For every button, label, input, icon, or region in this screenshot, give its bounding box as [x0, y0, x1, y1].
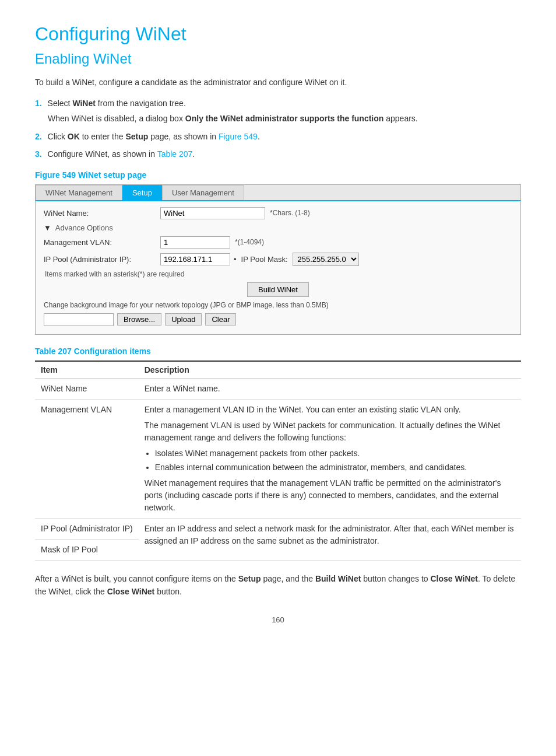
step-2: 2. Click OK to enter the Setup page, as …: [35, 130, 521, 143]
winet-name-input[interactable]: [160, 207, 265, 219]
mgmt-vlan-row: Management VLAN: *(1-4094): [44, 236, 512, 249]
mgmt-vlan-input[interactable]: [160, 236, 230, 249]
winet-setup-box: WiNet Management Setup User Management W…: [35, 184, 521, 335]
tab-user-management[interactable]: User Management: [162, 185, 244, 200]
step-3-number: 3.: [35, 149, 42, 159]
tab-winet-management[interactable]: WiNet Management: [36, 185, 122, 200]
desc-winet-name: Enter a WiNet name.: [139, 378, 521, 399]
browse-row: Browse... Upload Clear: [44, 313, 512, 326]
tab-setup[interactable]: Setup: [122, 185, 162, 200]
mgmt-vlan-label: Management VLAN:: [44, 238, 160, 247]
clear-button[interactable]: Clear: [205, 313, 236, 326]
browse-button[interactable]: Browse...: [117, 313, 161, 326]
table-207-label: Table 207 Configuration items: [35, 346, 521, 356]
required-note: Items marked with an asterisk(*) are req…: [44, 270, 512, 278]
build-btn-row: Build WiNet: [44, 282, 512, 297]
section-title: Enabling WiNet: [35, 51, 521, 67]
winet-name-label: WiNet Name:: [44, 209, 160, 218]
figure-549-link[interactable]: Figure 549: [219, 132, 258, 141]
file-input[interactable]: [44, 313, 114, 326]
col-header-description: Description: [139, 361, 521, 379]
item-mask-ip-pool: Mask of IP Pool: [35, 539, 139, 560]
col-header-item: Item: [35, 361, 139, 379]
ip-pool-row: IP Pool (Administrator IP): • IP Pool Ma…: [44, 253, 512, 266]
advance-triangle-icon: ▼: [44, 223, 51, 232]
page-title: Configuring WiNet: [35, 23, 521, 45]
build-winet-button[interactable]: Build WiNet: [247, 282, 309, 297]
bullet-isolates: Isolates WiNet management packets from o…: [155, 447, 515, 460]
ip-sep: •: [234, 255, 237, 264]
ip-pool-input[interactable]: [160, 253, 230, 265]
desc-mgmt-vlan: Enter a management VLAN ID in the WiNet.…: [139, 399, 521, 518]
desc-ip-pool: Enter an IP address and select a network…: [139, 518, 521, 560]
config-table: Item Description WiNet Name Enter a WiNe…: [35, 360, 521, 561]
ip-mask-select[interactable]: 255.255.255.0 255.255.0.0 255.0.0.0: [293, 253, 359, 266]
table-row-mgmt-vlan: Management VLAN Enter a management VLAN …: [35, 399, 521, 518]
mgmt-vlan-hint: *(1-4094): [235, 238, 264, 246]
setup-body: WiNet Name: *Chars. (1-8) ▼ Advance Opti…: [36, 201, 520, 334]
bg-image-note: Change background image for your network…: [44, 301, 512, 309]
advance-options-row[interactable]: ▼ Advance Options: [44, 223, 512, 232]
step-1-number: 1.: [35, 99, 42, 108]
item-winet-name: WiNet Name: [35, 378, 139, 399]
table-207-link[interactable]: Table 207: [157, 149, 193, 159]
table-row-ip-pool: IP Pool (Administrator IP) Enter an IP a…: [35, 518, 521, 539]
step-2-number: 2.: [35, 132, 42, 141]
step-1-sub: When WiNet is disabled, a dialog box Onl…: [48, 112, 521, 125]
ip-mask-label: IP Pool Mask:: [240, 255, 293, 264]
figure-label: Figure 549 WiNet setup page: [35, 170, 521, 180]
bullet-enables: Enables internal communication between t…: [155, 461, 515, 474]
upload-button[interactable]: Upload: [165, 313, 202, 326]
ip-pool-label: IP Pool (Administrator IP):: [44, 255, 160, 264]
winet-name-hint: *Chars. (1-8): [270, 209, 310, 217]
mgmt-vlan-bullets: Isolates WiNet management packets from o…: [145, 447, 515, 474]
page-number: 160: [35, 615, 521, 624]
item-mgmt-vlan: Management VLAN: [35, 399, 139, 518]
tabs-row: WiNet Management Setup User Management: [36, 185, 520, 201]
step-1: 1. Select WiNet from the navigation tree…: [35, 97, 521, 125]
intro-text: To build a WiNet, configure a candidate …: [35, 76, 521, 89]
table-row-winet-name: WiNet Name Enter a WiNet name.: [35, 378, 521, 399]
footer-note: After a WiNet is built, you cannot confi…: [35, 572, 521, 598]
item-ip-pool: IP Pool (Administrator IP): [35, 518, 139, 539]
advance-options-label: Advance Options: [55, 223, 113, 232]
step-3: 3. Configure WiNet, as shown in Table 20…: [35, 148, 521, 160]
winet-name-row: WiNet Name: *Chars. (1-8): [44, 207, 512, 219]
